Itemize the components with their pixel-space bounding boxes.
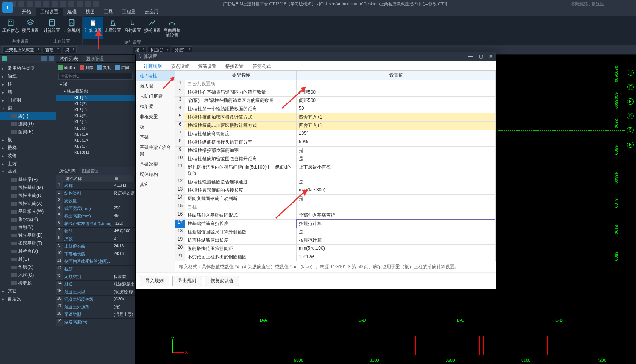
ribbon-计算规则[interactable]: A计算规则 — [62, 17, 81, 38]
prop-row[interactable]: 4截面宽度(mm)250 — [56, 205, 135, 212]
prop-row[interactable]: 2结构类别楼层框架梁 — [56, 190, 135, 197]
tree-条形基础(T)[interactable]: 条形基础(T) — [0, 239, 56, 247]
list-header[interactable]: ▴ 梁 — [56, 80, 135, 87]
ribbon-弯曲调整值设置[interactable]: 弯曲调整值设置 — [162, 17, 182, 39]
left-tools[interactable] — [0, 55, 56, 63]
list-item[interactable]: KL3(1) — [56, 107, 135, 113]
table-row[interactable]: 10 柱/墙柱箍筋加密范围包含错开距离是 — [175, 155, 495, 163]
prop-row[interactable]: 18泵送类型(混凝土泵) — [56, 311, 135, 319]
btn-new[interactable]: 新建 ▾ — [58, 65, 76, 70]
table-row[interactable]: 17 柱基础插筋弯折长度按规范计算⋯ — [175, 220, 495, 228]
tree-基础板带(W)[interactable]: 基础板带(W) — [0, 208, 56, 216]
prop-row[interactable]: 13定额类别板底梁 — [56, 273, 135, 281]
tree-轴线[interactable]: ▸轴线 — [0, 72, 56, 80]
ribbon-计算设置[interactable]: 计算设置 — [83, 17, 103, 39]
tab-props[interactable]: 属性列表 — [56, 167, 79, 175]
btn-导出规则[interactable]: 导出规则 — [172, 276, 202, 286]
search-input[interactable] — [58, 73, 133, 80]
tree-砖胎膜[interactable]: 砖胎膜 — [0, 279, 56, 287]
prop-row[interactable]: 16混凝土强度等级(C30) — [56, 296, 135, 303]
tree-梁(L)[interactable]: 梁(L) — [0, 112, 56, 120]
tree-常用构件类型[interactable]: ▸常用构件类型 — [0, 64, 56, 72]
tree-柱[interactable]: ▸柱 — [0, 80, 56, 88]
cat-8[interactable]: 基础次梁 — [136, 159, 175, 169]
table-row[interactable]: 20 纵筋搭接范围箍筋间距min(5*d,100) — [175, 245, 495, 253]
cat-10[interactable]: 其它 — [136, 180, 175, 190]
table-row[interactable]: 21 不变截面上柱多出的钢筋锚固1.2*Lae — [175, 253, 495, 261]
prop-row[interactable]: 17混凝土外加剂(无) — [56, 303, 135, 311]
ctx-type1[interactable]: 梁 — [63, 46, 77, 53]
tree-垫层(X)[interactable]: 垫层(X) — [0, 263, 56, 271]
prop-row[interactable]: 7箍筋Φ8@200 — [56, 228, 135, 235]
list-item[interactable]: KL4(2) — [56, 113, 135, 119]
tree-土方[interactable]: ▸土方 — [0, 160, 56, 168]
prop-row[interactable]: 11侧面构造或受扭筋(总配… — [56, 258, 135, 266]
table-row[interactable]: 8 柱/墙柱纵筋搭接接头错开百分率50% — [175, 138, 495, 147]
menu-2[interactable]: 建模 — [63, 8, 81, 16]
tree-桩(U)[interactable]: 桩(U) — [0, 255, 56, 263]
list-item[interactable]: KL1(1) — [56, 95, 135, 101]
table-row[interactable]: 16 柱纵筋伸入基础锚固形式全部伸入基底弯折 — [175, 211, 495, 220]
mtab-1[interactable]: 节点设置 — [166, 62, 194, 70]
cat-2[interactable]: 人防门框墙 — [136, 91, 175, 102]
ribbon-计算设置[interactable]: 计算设置 — [42, 17, 62, 38]
table-row[interactable]: 6 柱/墙柱箍筋非加密区根数计算方式四舍五入+1 — [175, 122, 495, 130]
tree-集水坑(K)[interactable]: 集水坑(K) — [0, 216, 56, 223]
maximize-icon[interactable]: ▢ — [479, 54, 483, 59]
table-row[interactable]: 9 柱/墙柱搭接部位箍筋加密是 — [175, 147, 495, 155]
list-item[interactable]: KL7(1A) — [56, 131, 135, 137]
tree-桩承台(V)[interactable]: 桩承台(V) — [0, 247, 56, 255]
cat-9[interactable]: 砌体结构 — [136, 169, 175, 180]
menu-6[interactable]: 云应用 — [140, 8, 163, 16]
prop-row[interactable]: 8胶数2 — [56, 235, 135, 243]
list-item[interactable]: KL8(1A) — [56, 137, 135, 143]
prop-row[interactable]: 6轴线距梁左边线距离(mm)(125) — [56, 220, 135, 228]
tree-板[interactable]: ▸板 — [0, 136, 56, 144]
prop-row[interactable]: 5截面高度(mm)350 — [56, 212, 135, 220]
ribbon-楼层设置[interactable]: 楼层设置 — [20, 17, 40, 38]
cat-5[interactable]: 板 — [136, 122, 175, 132]
tree-梁[interactable]: ▾梁 — [0, 104, 56, 112]
btn-delete[interactable]: 删除 — [80, 65, 94, 70]
btn-恢复默认值[interactable]: 恢复默认值 — [205, 276, 239, 286]
tree-楼梯[interactable]: ▸楼梯 — [0, 144, 56, 152]
tree-独立基础(D)[interactable]: 独立基础(D) — [0, 231, 56, 239]
table-row[interactable]: 18 柱基础锚固区只计算外侧箍筋是 — [175, 228, 495, 236]
ribbon-弯钩设置[interactable]: 弯钩设置 — [123, 17, 142, 39]
cat-0[interactable]: 柱 / 墙柱 — [136, 71, 175, 81]
table-row[interactable]: 4 柱/墙柱第一个箍筋距楼板面的距离50 — [175, 105, 495, 113]
tree-墙[interactable]: ▸墙 — [0, 88, 56, 96]
list-item[interactable]: KL2(2) — [56, 101, 135, 107]
menu-0[interactable]: 开始 — [17, 8, 36, 16]
prop-row[interactable]: 15混凝土类型(现浇砼 碎 — [56, 288, 135, 296]
tab-layers[interactable]: 图层管理 — [79, 167, 102, 175]
close-icon[interactable]: ✕ — [489, 54, 493, 59]
table-row[interactable]: 15⊟ 柱 — [175, 203, 495, 211]
tree-其它[interactable]: ▸其它 — [0, 287, 56, 295]
table-row[interactable]: 5 柱/墙柱箍筋加密区根数计算方式四舍五入+1 — [175, 113, 495, 122]
prop-row[interactable]: 14材质现浇混凝土 — [56, 281, 135, 288]
table-row[interactable]: 2 柱/墙柱在基础插筋锚固区内的箍筋数量间距500 — [175, 88, 495, 97]
tree-自定义[interactable]: ▸自定义 — [0, 295, 56, 303]
ribbon-损耗设置[interactable]: 损耗设置 — [142, 17, 162, 39]
prop-row[interactable]: 10下部通长筋2Φ16 — [56, 250, 135, 258]
prop-row[interactable]: 12拉筋 — [56, 266, 135, 273]
table-row[interactable]: 19 抗震柱纵筋露出长度按规范计算 — [175, 236, 495, 245]
mtab-0[interactable]: 计算规则 — [139, 62, 166, 70]
prop-row[interactable]: 19泵送高度(m) — [56, 319, 135, 326]
table-row[interactable]: 7 柱/墙柱箍筋弯钩角度135° — [175, 130, 495, 138]
tab-component-list[interactable]: 构件列表 — [56, 55, 82, 62]
tree-门窗洞[interactable]: ▸门窗洞 — [0, 96, 56, 104]
table-row[interactable]: 13 柱/墙柱圆形箍筋的搭接长度max(lae,300) — [175, 186, 495, 195]
list-item[interactable]: KL5(1) — [56, 119, 135, 125]
list-item[interactable]: KL9(1) — [56, 143, 135, 149]
table-row[interactable]: 3 梁(板)上柱/墙柱在插筋锚固区内的箍筋数量间距500 — [175, 97, 495, 105]
list-group[interactable]: ▴ 楼层框架梁 — [56, 87, 135, 95]
tab-drawing-mgmt[interactable]: 图纸管理 — [82, 55, 108, 62]
tree-柱墩(Y)[interactable]: 柱墩(Y) — [0, 223, 56, 231]
btn-inter[interactable]: 层间 — [115, 65, 129, 70]
cat-6[interactable]: 基础 — [136, 132, 175, 142]
cat-7[interactable]: 基础主梁 / 承台梁 — [136, 142, 175, 159]
tree-基础梁(F)[interactable]: 基础梁(F) — [0, 176, 56, 184]
table-row[interactable]: 1⊟ 公共设置项 — [175, 80, 495, 88]
